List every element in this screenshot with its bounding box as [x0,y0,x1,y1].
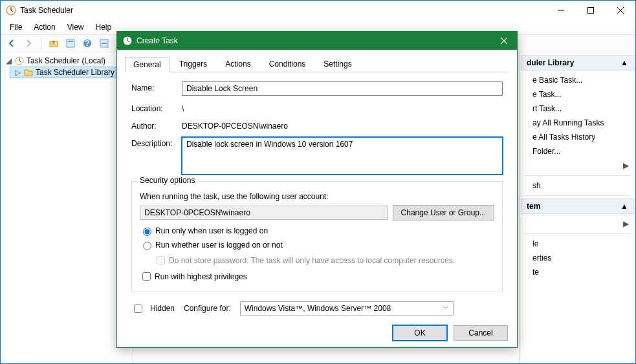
security-prompt: When running the task, use the following… [140,192,494,201]
action-item[interactable]: ay All Running Tasks [520,116,635,130]
no-store-label: Do not store password. The task will onl… [169,256,455,265]
action-item[interactable]: erties [520,251,635,265]
checkbox-hidden[interactable] [134,305,142,313]
location-label: Location: [131,102,182,113]
cancel-button[interactable]: Cancel [454,325,508,341]
description-label: Description: [131,137,182,148]
app-icon [6,5,16,16]
dialog-icon [122,36,133,46]
security-options-group: Security options When running the task, … [131,181,503,292]
separator [525,175,630,176]
collapse-icon[interactable]: ▲ [620,202,628,211]
actions-header-2[interactable]: tem ▲ [521,198,634,214]
configure-for-select[interactable]: Windows Vista™, Windows Server™ 2008 ﹀ [240,301,454,316]
window-title: Task Scheduler [20,6,546,15]
menu-file[interactable]: File [5,21,27,33]
hidden-label: Hidden [150,304,175,313]
collapse-icon[interactable]: ▲ [620,58,628,67]
tab-actions[interactable]: Actions [217,56,259,72]
close-button[interactable] [606,1,635,20]
tab-content-general: Name: Location: \ Author: DESKTOP-0PCEOS… [125,72,509,322]
action-submenu-arrow[interactable]: ▶ [520,158,635,173]
tree-root-label: Task Scheduler (Local) [27,56,105,65]
name-label: Name: [131,81,182,92]
expander-icon[interactable]: ▷ [14,68,21,77]
action-item[interactable]: sh [520,178,635,193]
action-item[interactable]: e All Tasks History [520,130,635,144]
dialog-titlebar: Create Task [117,32,517,50]
menu-action[interactable]: Action [28,21,60,33]
checkbox-highest-privileges[interactable] [142,272,151,281]
radio-whether[interactable] [143,242,151,250]
tree-root[interactable]: ◢ Task Scheduler (Local) [1,55,133,67]
author-label: Author: [131,120,182,131]
clock-icon [15,56,24,65]
menu-help[interactable]: Help [91,21,117,33]
configure-value: Windows Vista™, Windows Server™ 2008 [245,304,391,313]
toolbar-icon-1[interactable] [63,36,78,50]
actions-header-label: duler Library [527,58,574,67]
highest-label: Run with highest privileges [155,272,247,281]
svg-text:?: ? [85,39,89,48]
tab-settings[interactable]: Settings [315,56,360,72]
separator [525,195,630,196]
tabstrip: General Triggers Actions Conditions Sett… [125,56,509,72]
name-input[interactable] [182,81,503,96]
svg-rect-4 [68,41,73,42]
create-task-dialog: Create Task General Triggers Actions Con… [116,31,518,348]
tree-library[interactable]: ▷ Task Scheduler Library [10,67,133,78]
svg-rect-1 [588,8,594,14]
tab-general[interactable]: General [125,57,170,72]
dialog-footer: OK Cancel [393,325,508,341]
actions-pane: duler Library ▲ e Basic Task... e Task..… [519,52,635,363]
action-submenu-arrow[interactable]: ▶ [520,217,635,231]
folder-up-button[interactable] [47,36,61,50]
toolbar-icon-2[interactable] [97,36,111,50]
expander-icon[interactable]: ◢ [5,56,12,65]
help-button[interactable]: ? [80,36,94,50]
tree-library-label: Task Scheduler Library [36,68,115,77]
location-value: \ [182,102,184,113]
author-value: DESKTOP-0PCEOSN\winaero [182,120,288,131]
checkbox-no-store-password [157,256,165,264]
action-item[interactable]: e Task... [520,87,635,102]
dialog-title: Create Task [137,36,491,45]
forward-button[interactable] [21,36,36,50]
actions-header[interactable]: duler Library ▲ [521,55,634,70]
ok-button[interactable]: OK [393,325,447,341]
account-display: DESKTOP-0PCEOSN\winaero [140,206,388,220]
security-legend: Security options [137,176,197,185]
radio-logged-on-label: Run only when user is logged on [155,226,268,235]
menu-view[interactable]: View [62,21,89,33]
action-item[interactable]: le [520,237,635,251]
tree-pane[interactable]: ◢ Task Scheduler (Local) ▷ Task Schedule… [1,52,133,363]
description-input[interactable] [182,137,503,175]
dialog-body: General Triggers Actions Conditions Sett… [117,50,517,328]
configure-label: Configure for: [184,304,231,313]
titlebar: Task Scheduler [1,1,635,20]
toolbar-separator [41,37,41,50]
change-user-button[interactable]: Change User or Group... [393,205,494,220]
folder-icon [24,68,33,77]
svg-rect-3 [67,39,74,47]
radio-logged-on[interactable] [143,228,151,236]
svg-rect-8 [102,43,107,44]
action-item[interactable]: e Basic Task... [520,73,635,87]
action-item[interactable]: rt Task... [520,102,635,116]
tab-triggers[interactable]: Triggers [171,56,216,72]
action-item[interactable]: Folder... [520,144,635,158]
action-item[interactable]: te [520,265,635,279]
window-controls [546,1,635,20]
maximize-button[interactable] [576,1,606,20]
radio-whether-label: Run whether user is logged on or not [155,241,283,250]
chevron-down-icon: ﹀ [443,304,449,313]
actions-header-label: tem [527,202,540,211]
dialog-close-button[interactable] [491,32,517,50]
separator [525,233,630,234]
back-button[interactable] [5,36,19,50]
tab-conditions[interactable]: Conditions [261,56,314,72]
minimize-button[interactable] [546,1,576,20]
